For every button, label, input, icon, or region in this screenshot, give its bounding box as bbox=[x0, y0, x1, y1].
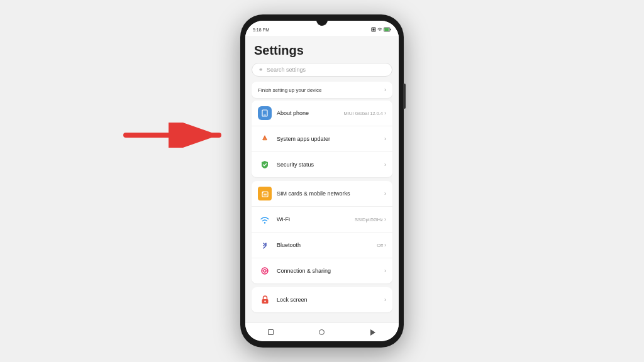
security-status-chevron-icon: › bbox=[384, 162, 386, 168]
security-status-item[interactable]: Security status › bbox=[252, 152, 392, 177]
svg-rect-5 bbox=[384, 28, 389, 31]
phone-frame: 5:18 PM bbox=[240, 14, 404, 348]
phone-screen: 5:18 PM bbox=[245, 21, 399, 341]
sim-cards-item[interactable]: SIM cards & mobile networks › bbox=[252, 181, 392, 207]
battery-icon bbox=[384, 27, 391, 32]
system-apps-label: System apps updater bbox=[277, 136, 330, 142]
bluetooth-icon bbox=[258, 238, 272, 252]
security-status-label: Security status bbox=[277, 162, 314, 168]
connection-sharing-item[interactable]: Connection & sharing › bbox=[252, 258, 392, 283]
system-apps-item[interactable]: System apps updater › bbox=[252, 126, 392, 152]
svg-point-20 bbox=[264, 300, 265, 302]
svg-rect-8 bbox=[264, 115, 266, 116]
svg-point-14 bbox=[264, 222, 265, 223]
lock-screen-icon bbox=[258, 293, 272, 307]
phone-notch bbox=[316, 14, 328, 26]
svg-rect-3 bbox=[372, 28, 374, 30]
about-phone-right: MIUI Global 12.0.4 › bbox=[343, 110, 386, 116]
lock-screen-label: Lock screen bbox=[277, 297, 308, 303]
bottom-navigation bbox=[245, 322, 399, 341]
about-phone-item[interactable]: About phone MIUI Global 12.0.4 › bbox=[252, 101, 392, 126]
section-connectivity: SIM cards & mobile networks › bbox=[252, 181, 392, 283]
svg-rect-6 bbox=[390, 29, 391, 31]
bluetooth-label: Bluetooth bbox=[277, 242, 301, 248]
svg-point-16 bbox=[264, 270, 266, 272]
wifi-content: Wi-Fi SSIDptt5GHz › bbox=[277, 216, 386, 222]
sim-cards-label: SIM cards & mobile networks bbox=[277, 190, 350, 197]
search-placeholder: Search settings bbox=[267, 67, 306, 73]
bluetooth-chevron-icon: › bbox=[384, 242, 386, 248]
about-phone-icon bbox=[258, 106, 272, 120]
banner-label: Finish setting up your device bbox=[258, 87, 321, 93]
nav-square-icon bbox=[268, 329, 274, 335]
bluetooth-content: Bluetooth Off › bbox=[277, 242, 386, 248]
status-wifi-icon bbox=[377, 27, 382, 32]
about-phone-label: About phone bbox=[277, 110, 309, 116]
lock-screen-item[interactable]: Lock screen › bbox=[252, 287, 392, 312]
system-apps-content: System apps updater › bbox=[277, 136, 386, 142]
setup-banner[interactable]: Finish setting up your device › bbox=[252, 82, 392, 98]
nav-back-icon bbox=[370, 329, 375, 336]
sim-cards-chevron-icon: › bbox=[384, 190, 386, 197]
wifi-label: Wi-Fi bbox=[277, 216, 290, 222]
status-time: 5:18 PM bbox=[253, 28, 269, 32]
security-status-content: Security status › bbox=[277, 162, 386, 168]
section-top: About phone MIUI Global 12.0.4 › bbox=[252, 101, 392, 177]
page-title: Settings bbox=[245, 41, 399, 63]
about-phone-chevron-icon: › bbox=[384, 110, 386, 116]
connection-sharing-label: Connection & sharing bbox=[277, 268, 331, 274]
svg-marker-12 bbox=[262, 192, 264, 194]
bluetooth-sublabel: Off bbox=[377, 243, 383, 248]
nav-home-icon bbox=[319, 329, 325, 335]
connection-sharing-chevron-icon: › bbox=[384, 268, 386, 274]
wifi-sublabel: SSIDptt5GHz bbox=[355, 217, 383, 222]
bluetooth-right: Off › bbox=[377, 242, 386, 248]
nav-back-button[interactable] bbox=[369, 328, 377, 337]
red-arrow bbox=[113, 123, 239, 148]
sim-cards-icon bbox=[258, 187, 272, 200]
search-icon: ⚭ bbox=[258, 67, 264, 73]
wifi-item[interactable]: Wi-Fi SSIDptt5GHz › bbox=[252, 207, 392, 233]
nav-home-button[interactable] bbox=[318, 328, 326, 337]
wifi-right: SSIDptt5GHz › bbox=[355, 216, 386, 222]
connection-sharing-icon bbox=[258, 264, 272, 278]
search-bar[interactable]: ⚭ Search settings bbox=[252, 63, 392, 77]
side-button bbox=[403, 84, 406, 109]
nav-square-button[interactable] bbox=[267, 328, 275, 337]
sim-icon bbox=[371, 27, 376, 32]
settings-screen: Settings ⚭ Search settings Finish settin… bbox=[245, 36, 399, 322]
wifi-icon bbox=[258, 212, 272, 226]
section-security: Lock screen › bbox=[252, 287, 392, 312]
system-apps-icon bbox=[258, 132, 272, 146]
status-right bbox=[371, 27, 391, 32]
status-left: 5:18 PM bbox=[253, 28, 269, 32]
about-phone-sublabel: MIUI Global 12.0.4 bbox=[343, 111, 383, 116]
wifi-chevron-icon: › bbox=[384, 216, 386, 222]
bluetooth-item[interactable]: Bluetooth Off › bbox=[252, 233, 392, 258]
about-phone-content: About phone MIUI Global 12.0.4 › bbox=[277, 110, 386, 116]
svg-rect-13 bbox=[264, 194, 267, 195]
banner-chevron-icon: › bbox=[384, 87, 386, 93]
security-status-icon bbox=[258, 158, 272, 172]
system-apps-chevron-icon: › bbox=[384, 136, 386, 142]
scene: 5:18 PM bbox=[0, 0, 644, 362]
lock-screen-chevron-icon: › bbox=[384, 297, 386, 303]
lock-screen-content: Lock screen › bbox=[277, 297, 386, 303]
connection-sharing-content: Connection & sharing › bbox=[277, 268, 386, 274]
sim-cards-content: SIM cards & mobile networks › bbox=[277, 190, 386, 197]
